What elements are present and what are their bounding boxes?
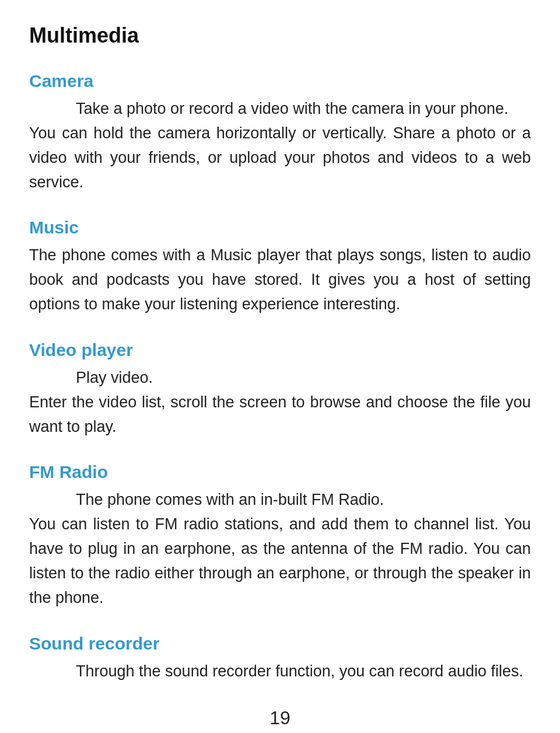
fm-radio-body: The phone comes with an in-built FM Radi…	[29, 488, 531, 610]
video-player-heading: Video player	[29, 340, 531, 360]
section-sound-recorder: Sound recorder Through the sound recorde…	[29, 634, 531, 684]
sound-recorder-body-indented: Through the sound recorder function, you…	[29, 659, 531, 684]
page-number: 19	[29, 707, 531, 729]
camera-heading: Camera	[29, 71, 531, 91]
fm-radio-body-indented: The phone comes with an in-built FM Radi…	[29, 488, 531, 512]
sound-recorder-heading: Sound recorder	[29, 634, 531, 654]
video-player-body: Play video. Enter the video list, scroll…	[29, 366, 531, 439]
section-fm-radio: FM Radio The phone comes with an in-buil…	[29, 462, 531, 610]
music-heading: Music	[29, 218, 531, 238]
page-title: Multimedia	[29, 23, 531, 48]
fm-radio-heading: FM Radio	[29, 462, 531, 482]
section-camera: Camera Take a photo or record a video wi…	[29, 71, 531, 194]
video-player-body-indented: Play video.	[29, 366, 531, 390]
camera-body: Take a photo or record a video with the …	[29, 97, 531, 194]
sound-recorder-body: Through the sound recorder function, you…	[29, 659, 531, 684]
music-body: The phone comes with a Music player that…	[29, 243, 531, 317]
section-music: Music The phone comes with a Music playe…	[29, 218, 531, 317]
camera-body-indented: Take a photo or record a video with the …	[29, 97, 531, 121]
section-video-player: Video player Play video. Enter the video…	[29, 340, 531, 439]
